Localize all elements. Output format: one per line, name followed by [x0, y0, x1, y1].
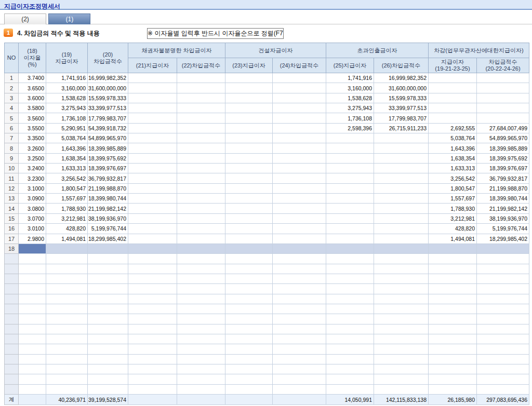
- grid-cell[interactable]: 18,399,980,744: [88, 194, 128, 204]
- grid-cell[interactable]: [273, 164, 326, 173]
- grid-cell[interactable]: [326, 254, 374, 264]
- grid-cell[interactable]: [225, 364, 273, 374]
- grid-cell[interactable]: 18,399,975,692: [88, 153, 128, 163]
- grid-cell[interactable]: [273, 344, 326, 354]
- grid-cell[interactable]: 1,800,547: [429, 183, 477, 193]
- grid-cell[interactable]: 428,820: [429, 224, 477, 234]
- grid-cell[interactable]: 1,538,628: [46, 93, 88, 103]
- grid-cell[interactable]: [326, 164, 374, 173]
- grid-cell[interactable]: [477, 294, 529, 304]
- grid-cell[interactable]: [477, 274, 529, 283]
- grid-cell[interactable]: [88, 384, 128, 394]
- grid-cell[interactable]: [273, 234, 326, 243]
- grid-cell[interactable]: [273, 374, 326, 384]
- grid-cell[interactable]: 3.0800: [19, 204, 46, 213]
- grid-cell[interactable]: 3.6500: [19, 83, 46, 93]
- grid-cell[interactable]: [128, 113, 177, 123]
- grid-cell[interactable]: [225, 324, 273, 334]
- grid-cell[interactable]: 1,736,108: [46, 113, 88, 123]
- grid-cell[interactable]: 54,899,965,970: [88, 133, 128, 143]
- grid-cell[interactable]: [477, 113, 529, 123]
- grid-cell[interactable]: [273, 304, 326, 314]
- grid-cell[interactable]: 21,199,988,870: [88, 183, 128, 193]
- grid-cell[interactable]: 15,599,978,333: [374, 93, 429, 103]
- grid-cell[interactable]: [326, 153, 374, 163]
- grid-cell[interactable]: [177, 264, 225, 274]
- grid-cell[interactable]: 3.2600: [19, 143, 46, 153]
- grid-cell[interactable]: [177, 204, 225, 213]
- row-number-cell[interactable]: [5, 274, 19, 283]
- grid-cell[interactable]: 33,399,977,513: [88, 103, 128, 113]
- row-number-cell[interactable]: 12: [5, 183, 19, 193]
- grid-cell[interactable]: [177, 344, 225, 354]
- grid-cell[interactable]: [374, 374, 429, 384]
- grid-cell[interactable]: [374, 354, 429, 364]
- grid-cell[interactable]: 21,199,988,870: [477, 183, 529, 193]
- grid-cell[interactable]: [128, 274, 177, 283]
- grid-cell[interactable]: [374, 173, 429, 183]
- grid-cell[interactable]: [273, 213, 326, 223]
- grid-cell[interactable]: [326, 334, 374, 344]
- grid-cell[interactable]: [19, 314, 46, 324]
- grid-cell[interactable]: 3,275,943: [46, 103, 88, 113]
- grid-cell[interactable]: [225, 274, 273, 283]
- grid-cell[interactable]: [19, 284, 46, 294]
- grid-cell[interactable]: 21,199,982,142: [477, 204, 529, 213]
- grid-cell[interactable]: [177, 73, 225, 83]
- grid-cell[interactable]: [19, 304, 46, 314]
- grid-cell[interactable]: [128, 224, 177, 234]
- grid-cell[interactable]: [128, 364, 177, 374]
- grid-cell[interactable]: [225, 294, 273, 304]
- grid-cell[interactable]: [128, 334, 177, 344]
- grid-cell[interactable]: [273, 284, 326, 294]
- grid-cell[interactable]: [128, 284, 177, 294]
- grid-cell[interactable]: [177, 294, 225, 304]
- grid-cell[interactable]: [374, 164, 429, 173]
- row-number-cell[interactable]: 5: [5, 113, 19, 123]
- grid-cell[interactable]: 18,399,976,697: [477, 164, 529, 173]
- grid-cell[interactable]: [46, 384, 88, 394]
- grid-cell[interactable]: [374, 284, 429, 294]
- grid-cell[interactable]: 1,638,354: [429, 153, 477, 163]
- grid-cell[interactable]: [477, 264, 529, 274]
- grid-cell[interactable]: [429, 243, 477, 253]
- grid-cell[interactable]: [225, 133, 273, 143]
- grid-cell[interactable]: [88, 284, 128, 294]
- row-number-cell[interactable]: [5, 294, 19, 304]
- grid-cell[interactable]: 3.1000: [19, 183, 46, 193]
- grid-cell[interactable]: [225, 284, 273, 294]
- grid-cell[interactable]: [273, 224, 326, 234]
- grid-cell[interactable]: [46, 254, 88, 264]
- grid-cell[interactable]: [273, 194, 326, 204]
- grid-cell[interactable]: [88, 354, 128, 364]
- grid-cell[interactable]: [128, 243, 177, 253]
- grid-cell[interactable]: [326, 243, 374, 253]
- grid-cell[interactable]: 1,494,081: [46, 234, 88, 243]
- row-number-cell[interactable]: 3: [5, 93, 19, 103]
- grid-cell[interactable]: 1,800,547: [46, 183, 88, 193]
- grid-cell[interactable]: [46, 284, 88, 294]
- row-number-cell[interactable]: 9: [5, 153, 19, 163]
- grid-cell[interactable]: 3.0700: [19, 213, 46, 223]
- grid-cell[interactable]: [177, 194, 225, 204]
- grid-cell[interactable]: 5,199,976,744: [88, 224, 128, 234]
- grid-cell[interactable]: [88, 294, 128, 304]
- grid-cell[interactable]: [429, 274, 477, 283]
- grid-cell[interactable]: [429, 354, 477, 364]
- grid-cell[interactable]: [477, 324, 529, 334]
- grid-cell[interactable]: [429, 264, 477, 274]
- grid-cell[interactable]: 5,038,764: [46, 133, 88, 143]
- grid-cell[interactable]: [46, 324, 88, 334]
- grid-cell[interactable]: [225, 304, 273, 314]
- grid-cell[interactable]: [477, 103, 529, 113]
- row-number-cell[interactable]: 18: [5, 243, 19, 253]
- grid-cell[interactable]: 38,199,936,970: [477, 213, 529, 223]
- grid-cell[interactable]: 18,399,976,697: [88, 164, 128, 173]
- grid-cell[interactable]: [225, 374, 273, 384]
- grid-cell[interactable]: [225, 123, 273, 133]
- row-number-cell[interactable]: 4: [5, 103, 19, 113]
- grid-cell[interactable]: [177, 224, 225, 234]
- grid-cell[interactable]: [88, 254, 128, 264]
- grid-cell[interactable]: [374, 234, 429, 243]
- grid-cell[interactable]: 26,715,911,233: [374, 123, 429, 133]
